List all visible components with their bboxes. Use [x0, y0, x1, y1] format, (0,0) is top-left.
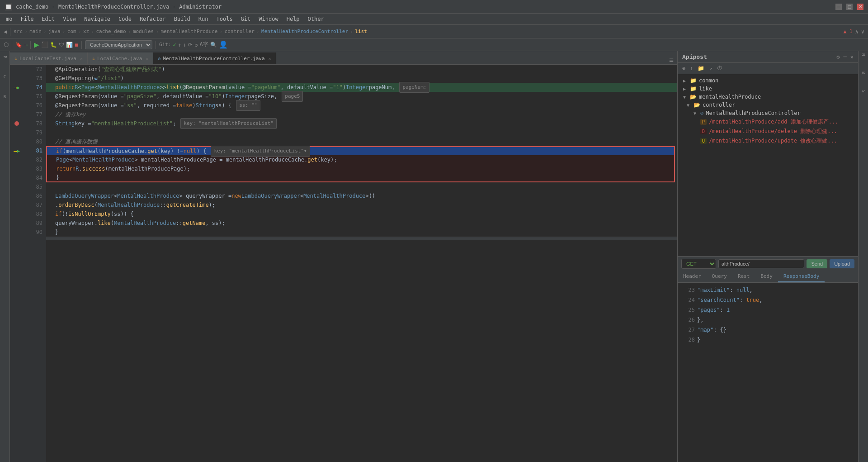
apipost-share-icon[interactable]: ↑	[690, 65, 693, 71]
menu-item-other[interactable]: Other	[304, 15, 328, 23]
tab-close-2[interactable]: ✕	[146, 56, 148, 61]
breadcrumb-cache-demo[interactable]: cache_demo	[96, 29, 126, 34]
breadcrumb-java[interactable]: java	[48, 29, 61, 34]
menu-item-run[interactable]: Run	[195, 15, 212, 23]
sidebar-bookmark-icon[interactable]: B	[1, 93, 9, 100]
url-input[interactable]	[718, 259, 804, 268]
breadcrumb-controller[interactable]: controller	[225, 29, 255, 34]
folder-icon-common: 📁	[690, 77, 697, 84]
apipost-history-icon[interactable]: ⏱	[717, 65, 722, 71]
tab-close-3[interactable]: ✕	[269, 56, 271, 61]
toolbar-bookmark[interactable]: 🔖	[15, 42, 22, 48]
upload-button[interactable]: Upload	[830, 259, 854, 268]
tree-item-common[interactable]: ▶ 📁 common	[678, 76, 858, 85]
breadcrumb-main[interactable]: main	[29, 29, 42, 34]
debug-run-btn[interactable]: 🐛	[50, 42, 57, 48]
code-line-83: return R.success(mentalHealthProducePage…	[46, 164, 675, 173]
apipost-add-icon[interactable]: ⊕	[682, 65, 685, 71]
git-push[interactable]: ↑	[178, 42, 181, 48]
breadcrumb-modules[interactable]: modules	[133, 29, 154, 34]
notifications-label[interactable]: N	[861, 53, 866, 56]
resp-tab-header[interactable]: Header	[678, 271, 707, 282]
toolbar-arrow[interactable]: ⟶	[24, 42, 27, 48]
toolbar-separator-1	[10, 28, 10, 36]
apipost-minimize-icon[interactable]: ─	[844, 54, 847, 60]
menu-item-code[interactable]: Code	[115, 15, 135, 23]
toolbar-2: ⬡ 🔖 ⟶ ▶ ⬛ 🐛 🛡 📊 ◼ CacheDemoApplication G…	[0, 38, 868, 51]
tab-local-cache[interactable]: ☕ LocalCache.java ✕	[88, 52, 153, 64]
tree-item-mental-health[interactable]: ▼ 📂 mentalHealthProduce	[678, 93, 858, 101]
nav-up-btn[interactable]: ∧	[855, 29, 859, 35]
gutter-line-78	[10, 119, 24, 128]
menu-item-mo[interactable]: mo	[2, 15, 16, 23]
git-pull[interactable]: ↓	[183, 42, 186, 48]
menu-item-git[interactable]: Git	[237, 15, 255, 23]
menu-item-file[interactable]: File	[17, 15, 37, 23]
tree-item-mhp-controller[interactable]: ▼ ⊙ MentalHealthProduceController	[678, 109, 858, 117]
apipost-folder-icon[interactable]: 📁	[698, 65, 704, 71]
tab-mental-health-controller[interactable]: ⊙ MentalHealthProduceController.java ✕	[153, 52, 276, 64]
maximize-button[interactable]: □	[846, 4, 853, 10]
git-annotate[interactable]: ↺	[194, 42, 198, 48]
apipost-settings-icon[interactable]: ⚙	[836, 54, 840, 60]
git-history[interactable]: ⟳	[188, 42, 193, 48]
avatar-btn[interactable]: 👤	[219, 40, 228, 49]
tab-close-1[interactable]: ✕	[80, 56, 83, 61]
search-btn[interactable]: 🔍	[210, 42, 217, 48]
git-check[interactable]: ✓	[173, 42, 176, 48]
tab-local-cache-test[interactable]: ☕ LocalCacheTest.java ✕	[10, 52, 88, 64]
sidebar-commit-icon[interactable]: C	[1, 73, 9, 81]
apipost-close-icon[interactable]: ✕	[850, 54, 854, 60]
breadcrumb-src[interactable]: src	[14, 29, 23, 34]
profiler-btn[interactable]: 📊	[66, 42, 73, 48]
breadcrumb-xz[interactable]: xz	[83, 29, 89, 34]
run-button[interactable]: ▶	[34, 41, 39, 49]
breadcrumb-controller-class[interactable]: MentalHealthProduceController	[261, 29, 348, 34]
tree-item-update-api[interactable]: U /mentalHealthProduce/update 修改心理健...	[678, 136, 858, 146]
menu-item-navigate[interactable]: Navigate	[80, 15, 114, 23]
menu-item-tools[interactable]: Tools	[212, 15, 236, 23]
window-controls: ─ □ ✕	[835, 4, 863, 10]
toolbar-nav-back[interactable]: ⬡	[4, 41, 9, 48]
bookmarks-label[interactable]: B	[861, 71, 866, 74]
resp-tab-rest[interactable]: Rest	[732, 271, 755, 282]
nav-down-btn[interactable]: ∨	[861, 29, 864, 35]
coverage-btn[interactable]: 🛡	[59, 42, 64, 48]
send-button[interactable]: Send	[807, 259, 827, 268]
menu-item-edit[interactable]: Edit	[38, 15, 58, 23]
resp-tab-body[interactable]: Body	[755, 271, 778, 282]
sidebar-project-icon[interactable]: P	[1, 53, 9, 61]
tree-item-add-api[interactable]: P /mentalHealthProduce/add 添加心理健康产...	[678, 117, 858, 127]
method-selector[interactable]: GET POST PUT DELETE	[681, 259, 716, 269]
toolbar-sep-3	[30, 41, 31, 49]
breadcrumb-com[interactable]: com	[67, 29, 76, 34]
menu-item-view[interactable]: View	[59, 15, 80, 23]
tree-item-delete-api[interactable]: D /mentalHealthProduce/delete 删除心理健...	[678, 127, 858, 136]
structure-label[interactable]: S	[861, 90, 866, 92]
tab-menu-button[interactable]: ≡	[665, 56, 677, 64]
breadcrumb-method[interactable]: list	[355, 29, 367, 34]
translate-btn[interactable]: A字	[200, 41, 208, 48]
resp-tab-query[interactable]: Query	[707, 271, 732, 282]
toolbar-icon-1[interactable]: ◀	[4, 29, 7, 35]
menu-item-window[interactable]: Window	[255, 15, 282, 23]
tree-label-common: common	[699, 77, 718, 84]
menu-item-help[interactable]: Help	[283, 15, 303, 23]
apipost-export-icon[interactable]: ↗	[709, 65, 712, 71]
resp-tab-response-body[interactable]: ResponseBody	[778, 271, 825, 282]
app-selector[interactable]: CacheDemoApplication	[85, 40, 152, 49]
gutter-line-72	[10, 65, 24, 74]
tree-item-like[interactable]: ▶ 📁 like	[678, 85, 858, 93]
close-button[interactable]: ✕	[857, 4, 863, 10]
line-num-80: 80	[27, 137, 42, 146]
build-btn[interactable]: ⬛	[41, 41, 48, 48]
tree-item-controller[interactable]: ▼ 📂 controller	[678, 101, 858, 109]
line-num-88: 88	[27, 210, 42, 219]
minimize-button[interactable]: ─	[835, 4, 842, 10]
menu-item-refactor[interactable]: Refactor	[136, 15, 170, 23]
menu-item-build[interactable]: Build	[170, 15, 194, 23]
stop-btn[interactable]: ◼	[75, 41, 78, 48]
breakpoint-78[interactable]	[14, 121, 19, 126]
horizontal-scrollbar[interactable]	[46, 237, 677, 240]
breadcrumb-mental-health[interactable]: mentalHealthProduce	[160, 29, 217, 34]
